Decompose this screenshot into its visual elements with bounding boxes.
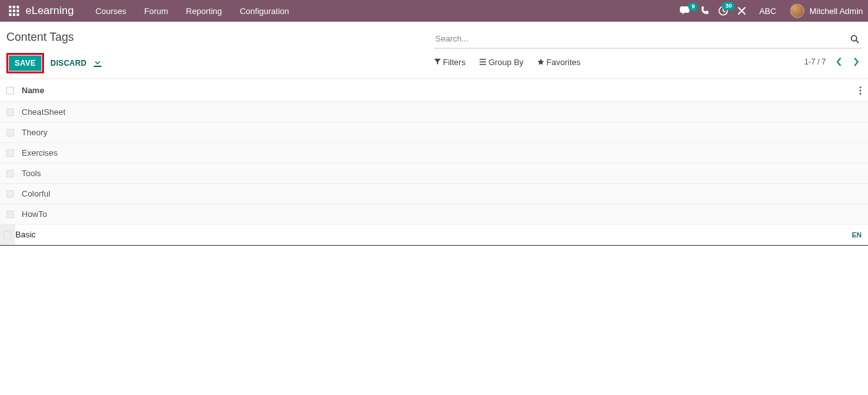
topbar: eLearning Courses Forum Reporting Config…	[0, 0, 868, 22]
row-name: Theory	[22, 128, 862, 137]
name-input[interactable]	[15, 228, 847, 241]
column-menu-icon[interactable]	[859, 86, 862, 95]
save-button[interactable]: SAVE	[9, 56, 41, 71]
svg-rect-2	[17, 6, 19, 8]
clock-badge: 30	[722, 2, 735, 10]
clock-icon[interactable]: 30	[718, 6, 728, 16]
svg-point-11	[860, 86, 862, 88]
control-panel: Content Tags SAVE DISCARD Filters	[0, 22, 868, 73]
favorites-label: Favorites	[547, 57, 580, 67]
table-row[interactable]: Theory	[0, 123, 868, 143]
svg-rect-8	[17, 13, 19, 16]
table-row[interactable]: Colorful	[0, 184, 868, 204]
row-name: Tools	[22, 168, 862, 178]
row-name: CheatSheet	[22, 107, 862, 117]
row-name: Exercises	[22, 148, 862, 158]
row-name: HowTo	[22, 209, 862, 219]
avatar	[790, 4, 804, 18]
brand[interactable]: eLearning	[26, 4, 74, 17]
download-icon[interactable]	[93, 59, 102, 68]
filters-label: Filters	[443, 57, 466, 67]
pager[interactable]: 1-7 / 7	[804, 57, 826, 66]
nav-courses[interactable]: Courses	[87, 1, 135, 21]
table-row[interactable]: HowTo	[0, 204, 868, 225]
search-bar	[434, 29, 862, 48]
select-all-checkbox[interactable]	[6, 87, 22, 94]
row-checkbox[interactable]	[0, 225, 15, 245]
search-icon[interactable]	[848, 34, 862, 43]
row-checkbox[interactable]	[6, 108, 22, 116]
svg-rect-4	[13, 10, 15, 12]
chat-icon[interactable]: 9	[680, 6, 691, 15]
row-checkbox[interactable]	[6, 129, 22, 137]
phone-icon[interactable]	[700, 6, 709, 15]
svg-rect-6	[9, 13, 11, 16]
table: Name CheatSheet Theory Exercises Tools C…	[0, 79, 868, 246]
username: Mitchell Admin	[809, 6, 863, 16]
table-header: Name	[0, 79, 868, 102]
nav-reporting[interactable]: Reporting	[177, 1, 231, 21]
nav-forum[interactable]: Forum	[135, 1, 177, 21]
pager-prev[interactable]	[834, 56, 844, 68]
search-input[interactable]	[434, 32, 848, 45]
save-highlight: SAVE	[6, 53, 44, 73]
svg-rect-5	[17, 10, 19, 12]
systray: 9 30 ABC	[680, 6, 780, 16]
language-button[interactable]: EN	[852, 231, 862, 239]
svg-rect-7	[13, 13, 15, 16]
groupby-label: Group By	[489, 57, 524, 67]
svg-point-12	[860, 89, 862, 91]
pager-next[interactable]	[851, 56, 862, 68]
nav-configuration[interactable]: Configuration	[231, 1, 298, 21]
groupby-button[interactable]: Group By	[480, 57, 524, 67]
abc-label[interactable]: ABC	[759, 6, 776, 16]
nav: Courses Forum Reporting Configuration	[87, 1, 298, 21]
page-title: Content Tags	[6, 31, 434, 44]
table-row[interactable]: CheatSheet	[0, 102, 868, 123]
svg-rect-1	[13, 6, 15, 8]
filters-button[interactable]: Filters	[434, 57, 466, 67]
discard-button[interactable]: DISCARD	[50, 59, 87, 68]
filter-bar: Filters Group By Favorites 1-7 / 7	[434, 56, 862, 68]
tools-icon[interactable]	[737, 6, 746, 15]
table-row[interactable]: Exercises	[0, 143, 868, 163]
row-checkbox[interactable]	[6, 170, 22, 177]
apps-icon[interactable]	[8, 4, 20, 17]
user-menu[interactable]: Mitchell Admin	[790, 4, 863, 18]
svg-point-13	[860, 93, 862, 94]
svg-rect-3	[9, 10, 11, 12]
chat-badge: 9	[688, 3, 698, 11]
svg-rect-0	[9, 6, 11, 8]
table-row[interactable]: Tools	[0, 163, 868, 184]
row-checkbox[interactable]	[6, 149, 22, 157]
table-row-editing[interactable]: EN	[0, 225, 868, 246]
row-name: Colorful	[22, 189, 862, 198]
row-checkbox[interactable]	[6, 190, 22, 198]
row-checkbox[interactable]	[6, 211, 22, 218]
col-name[interactable]: Name	[22, 86, 859, 95]
favorites-button[interactable]: Favorites	[538, 57, 580, 67]
